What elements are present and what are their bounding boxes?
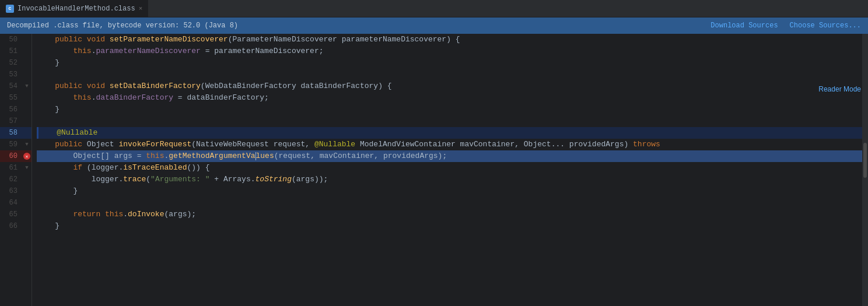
code-line-61: if (logger.isTraceEnabled()) {: [37, 162, 868, 174]
line-number: 66: [0, 222, 22, 230]
code-line-57: [37, 115, 868, 127]
code-line-58: @Nullable: [37, 127, 868, 139]
line-number: 51: [0, 47, 22, 55]
line-number: 64: [0, 199, 22, 207]
gutter-row: 52: [0, 57, 32, 69]
code-line-53: [37, 69, 868, 80]
gutter-row: 66: [0, 220, 32, 232]
scrollbar-thumb[interactable]: [863, 143, 867, 178]
gutter-row: 53: [0, 69, 32, 80]
line-number: 56: [0, 105, 22, 114]
vertical-scrollbar[interactable]: [862, 34, 868, 306]
line-number-gutter: 50 51 52 53 54 ▼ 55: [0, 34, 32, 306]
code-line-52: }: [37, 57, 868, 69]
code-editor: 50 51 52 53 54 ▼ 55: [0, 34, 868, 306]
tab-filename: InvocableHandlerMethod.class: [18, 5, 135, 13]
decompiled-message: Decompiled .class file, bytecode version…: [7, 22, 238, 30]
gutter-row: 51: [0, 45, 32, 57]
fold-icon[interactable]: ▼: [22, 142, 32, 147]
line-number: 65: [0, 210, 22, 219]
gutter-row: 65: [0, 209, 32, 220]
gutter-row: 62: [0, 174, 32, 185]
code-line-64: [37, 197, 868, 209]
gutter-row: 61 ▼: [0, 162, 32, 174]
gutter-row: 55: [0, 92, 32, 104]
code-line-55: this.dataBinderFactory = dataBinderFacto…: [37, 92, 868, 104]
line-number: 63: [0, 187, 22, 195]
code-line-65: return this.doInvoke(args);: [37, 209, 868, 220]
line-number: 60: [0, 152, 22, 160]
tab-bar: c InvocableHandlerMethod.class ×: [0, 0, 868, 17]
line-number: 52: [0, 59, 22, 67]
fold-icon[interactable]: ▼: [22, 83, 32, 89]
code-line-63: }: [37, 185, 868, 197]
choose-sources-link[interactable]: Choose Sources...: [790, 22, 861, 30]
gutter-row: 64: [0, 197, 32, 209]
line-number: 50: [0, 36, 22, 44]
code-line-56: }: [37, 104, 868, 115]
line-number: 57: [0, 117, 22, 125]
gutter-row: 57: [0, 115, 32, 127]
code-area[interactable]: public void setParameterNameDiscoverer(P…: [32, 34, 868, 306]
line-number: 54: [0, 82, 22, 90]
line-number: 53: [0, 71, 22, 79]
fold-icon[interactable]: ▼: [22, 165, 32, 171]
download-sources-link[interactable]: Download Sources: [710, 22, 778, 30]
line-number: 55: [0, 94, 22, 102]
gutter-row: 50: [0, 34, 32, 45]
reader-mode-button[interactable]: Reader Mode: [818, 85, 861, 93]
code-line-62: logger.trace("Arguments: " + Arrays.toSt…: [37, 174, 868, 185]
file-tab[interactable]: c InvocableHandlerMethod.class ×: [0, 0, 149, 17]
gutter-row: 54 ▼: [0, 80, 32, 92]
file-type-icon: c: [6, 5, 14, 13]
code-line-60: Object[] args = this.getMethodArgumentVa…: [37, 150, 868, 162]
gutter-row: 59 ▼: [0, 139, 32, 150]
code-line-54: public void setDataBinderFactory(WebData…: [37, 80, 868, 92]
code-line-51: this.parameterNameDiscoverer = parameter…: [37, 45, 868, 57]
line-number: 61: [0, 164, 22, 172]
breakpoint-icon[interactable]: ✕: [22, 153, 32, 160]
line-number: 62: [0, 175, 22, 184]
gutter-row: 60 ✕: [0, 150, 32, 162]
info-bar: Decompiled .class file, bytecode version…: [0, 17, 868, 34]
info-bar-actions: Download Sources Choose Sources...: [710, 22, 861, 30]
gutter-row: 58: [0, 127, 32, 139]
code-line-66: }: [37, 220, 868, 232]
line-number: 58: [0, 129, 22, 137]
code-line-50: public void setParameterNameDiscoverer(P…: [37, 34, 868, 45]
tab-close-button[interactable]: ×: [139, 5, 143, 12]
gutter-row: 56: [0, 104, 32, 115]
gutter-row: 63: [0, 185, 32, 197]
code-line-59: public Object invokeForRequest(NativeWeb…: [37, 139, 868, 150]
line-number: 59: [0, 140, 22, 149]
